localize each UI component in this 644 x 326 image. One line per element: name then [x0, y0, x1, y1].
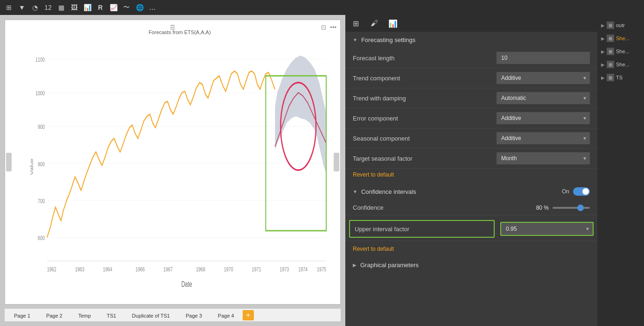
svg-text:1973: 1973 — [280, 266, 289, 272]
svg-text:1100: 1100 — [35, 56, 45, 63]
right-panel: ⊞ 🖌 📊 ▼ Forecasting settings Forecast le… — [345, 15, 644, 326]
svg-text:1968: 1968 — [196, 266, 205, 272]
upper-interval-dropdown[interactable]: 0.95 0.90 0.99 — [501, 223, 593, 235]
upper-interval-control: 0.95 0.90 0.99 — [500, 222, 594, 236]
svg-text:Value: Value — [29, 158, 34, 175]
tab-temp[interactable]: Temp — [71, 309, 98, 321]
nav-item-she1[interactable]: ▶ ⊞ She... — [597, 32, 644, 45]
nav-item-outr[interactable]: ▶ ⊞ outr — [597, 19, 644, 32]
target-seasonal-row: Target seasonal factor Month Quarter Wee… — [345, 149, 597, 169]
chart-title: Forecasts from ETS(A,A,A) — [28, 29, 331, 35]
confidence-intervals-header: ▼ Confidence intervals On — [345, 183, 597, 200]
confidence-toggle-switch[interactable] — [573, 187, 590, 196]
toolbar-icon-arc[interactable]: ◔ — [30, 2, 40, 13]
graphical-section-title: Graphical parameters — [360, 262, 419, 269]
nav-chevron-icon-4: ▶ — [601, 62, 605, 67]
bottom-tabs: Page 1 Page 2 Temp TS1 Duplicate of TS1 … — [5, 308, 341, 321]
seasonal-component-dropdown[interactable]: Additive None Multiplicative — [497, 132, 590, 144]
toolbar-icon-globe[interactable]: 🌐 — [134, 2, 145, 13]
svg-text:1962: 1962 — [47, 266, 56, 272]
confidence-label: Confidence — [353, 204, 536, 211]
panel-icon-format[interactable]: 🖌 — [368, 17, 381, 30]
toolbar-more[interactable]: ... — [149, 3, 155, 12]
nav-label-she3: She... — [616, 62, 630, 67]
toolbar-icon-12[interactable]: 12 — [43, 2, 53, 13]
tab-page2[interactable]: Page 2 — [39, 309, 70, 321]
confidence-section-title: Confidence intervals — [361, 188, 562, 195]
svg-text:1971: 1971 — [252, 266, 261, 272]
confidence-value: 80 % — [536, 205, 549, 211]
svg-text:1975: 1975 — [317, 266, 326, 272]
nav-item-ts[interactable]: ▶ ⊞ TS — [597, 71, 644, 84]
forecast-length-control — [497, 52, 590, 64]
svg-text:900: 900 — [38, 124, 45, 130]
error-component-label: Error component — [353, 115, 497, 122]
top-toolbar: ⊞ ▼ ◔ 12 ▦ 🖼 📊 R 📈 〜 🌐 ... — [0, 0, 644, 15]
target-seasonal-label: Target seasonal factor — [353, 155, 497, 162]
tab-add-button[interactable]: + — [243, 310, 254, 320]
toolbar-icon-wave[interactable]: 〜 — [121, 2, 132, 13]
tab-ts1[interactable]: TS1 — [99, 309, 124, 321]
confidence-toggle-label: On — [562, 188, 569, 195]
nav-chevron-icon-3: ▶ — [601, 49, 605, 54]
graphical-chevron-icon: ▶ — [353, 262, 357, 268]
toolbar-icon-filter[interactable]: ▼ — [17, 2, 27, 13]
tab-page3[interactable]: Page 3 — [178, 309, 210, 321]
nav-item-she2[interactable]: ▶ ⊞ She... — [597, 45, 644, 58]
trend-damping-control: Automatic True False — [497, 92, 590, 104]
toolbar-icon-table[interactable]: ▦ — [56, 2, 66, 13]
tab-page4[interactable]: Page 4 — [210, 309, 242, 321]
revert-default-link-1[interactable]: Revert to default — [345, 169, 597, 183]
nav-table-icon-4: ⊞ — [607, 61, 614, 68]
graphical-parameters-header[interactable]: ▶ Graphical parameters — [345, 257, 597, 273]
confidence-row: Confidence 80 % — [345, 200, 597, 215]
svg-text:700: 700 — [38, 198, 45, 204]
forecasting-settings-header[interactable]: ▼ Forecasting settings — [345, 32, 597, 48]
trend-component-label: Trend component — [353, 75, 497, 82]
chart-inner: Forecasts from ETS(A,A,A) Value 1100 100… — [5, 20, 340, 304]
seasonal-component-row: Seasonal component Additive None Multipl… — [345, 128, 597, 149]
svg-text:1967: 1967 — [163, 266, 173, 272]
nav-label-she2: She... — [616, 49, 630, 54]
forecasting-settings-title: Forecasting settings — [361, 36, 415, 43]
nav-label-outr: outr — [616, 22, 625, 28]
canvas-area: ☰ ⊡ ••• Forecasts from ETS(A,A,A) Value … — [0, 15, 345, 326]
toolbar-icon-grid[interactable]: ⊞ — [4, 2, 14, 13]
main-content: ☰ ⊡ ••• Forecasts from ETS(A,A,A) Value … — [0, 15, 644, 326]
forecast-length-input[interactable] — [497, 52, 590, 64]
error-component-dropdown[interactable]: Additive None Multiplicative — [497, 112, 590, 124]
target-seasonal-dropdown[interactable]: Month Quarter Week — [497, 152, 590, 164]
chevron-icon: ▼ — [353, 37, 357, 43]
toolbar-icon-image[interactable]: 🖼 — [69, 2, 79, 13]
nav-table-icon-5: ⊞ — [607, 74, 614, 81]
tab-page1[interactable]: Page 1 — [7, 309, 38, 321]
tab-duplicate-ts1[interactable]: Duplicate of TS1 — [125, 309, 177, 321]
confidence-slider[interactable] — [553, 207, 590, 209]
svg-text:Date: Date — [181, 280, 192, 288]
toolbar-icon-linechart[interactable]: 📈 — [108, 2, 119, 13]
svg-text:600: 600 — [38, 235, 45, 241]
seasonal-component-control: Additive None Multiplicative — [497, 132, 590, 144]
nav-item-she3[interactable]: ▶ ⊞ She... — [597, 58, 644, 71]
trend-component-dropdown[interactable]: Additive None Multiplicative — [497, 72, 590, 84]
nav-chevron-icon: ▶ — [601, 23, 605, 28]
panel-icon-table[interactable]: ⊞ — [349, 17, 362, 30]
svg-text:1970: 1970 — [224, 266, 233, 272]
toolbar-icon-analytics[interactable]: 📊 — [82, 2, 92, 13]
upper-interval-label: Upper interval factor — [355, 226, 409, 233]
svg-text:1974: 1974 — [298, 266, 308, 272]
nav-table-icon: ⊞ — [607, 21, 614, 29]
error-component-row: Error component Additive None Multiplica… — [345, 108, 597, 128]
revert-default-link-2[interactable]: Revert to default — [345, 243, 597, 257]
settings-panel: ⊞ 🖌 📊 ▼ Forecasting settings Forecast le… — [345, 15, 597, 326]
trend-damping-dropdown[interactable]: Automatic True False — [497, 92, 590, 104]
panel-icon-analytics[interactable]: 📊 — [386, 17, 399, 30]
trend-damping-row: Trend with damping Automatic True False — [345, 88, 597, 108]
nav-table-icon-3: ⊞ — [607, 48, 614, 55]
nav-table-icon-2: ⊞ — [607, 35, 614, 42]
toolbar-icon-r[interactable]: R — [95, 2, 105, 13]
forecast-length-row: Forecast length — [345, 48, 597, 68]
svg-text:800: 800 — [38, 161, 45, 167]
trend-component-control: Additive None Multiplicative — [497, 72, 590, 84]
target-seasonal-control: Month Quarter Week — [497, 152, 590, 164]
